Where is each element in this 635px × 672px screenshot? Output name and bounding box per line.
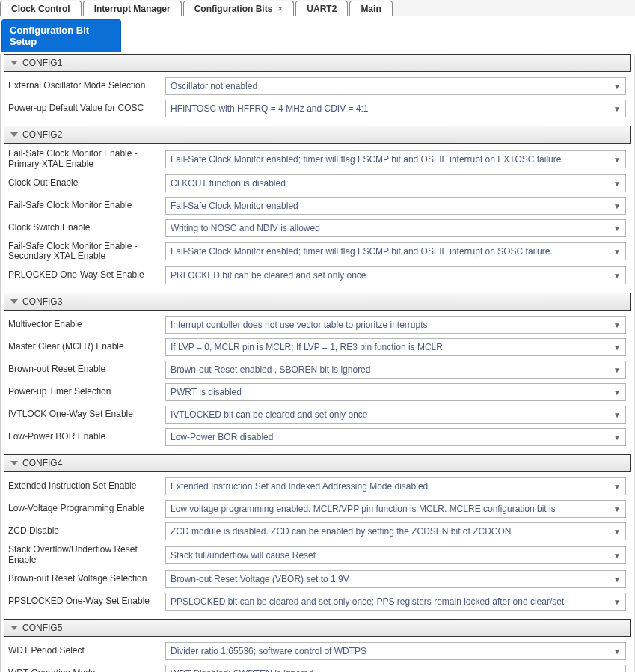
config-panel: CONFIG1 External Oscillator Mode Selecti… [0, 54, 635, 672]
tab-label: Main [361, 4, 381, 14]
tab-configuration-bits[interactable]: Configuration Bits × [183, 1, 295, 16]
tab-label: Interrupt Manager [94, 4, 171, 14]
page-title: Configuration Bit Setup [1, 19, 121, 52]
config-select[interactable]: IVTLOCKED bit can be cleared and set onl… [165, 406, 626, 424]
config-select[interactable]: Fail-Safe Clock Monitor enabled [165, 197, 626, 215]
section-rows: Fail-Safe Clock Monitor Enable - Primary… [1, 144, 634, 291]
config-select[interactable]: CLKOUT function is disabled [165, 174, 626, 192]
section-title: CONFIG4 [22, 458, 62, 468]
config-select[interactable]: PWRT is disabled [165, 383, 626, 401]
config-select[interactable]: Brown-out Reset Voltage (VBOR) set to 1.… [165, 570, 626, 588]
config-row: Clock Out Enable CLKOUT function is disa… [4, 172, 631, 195]
config-select[interactable]: Oscillator not enabled [165, 77, 626, 95]
section-rows: Extended Instruction Set Enable Extended… [1, 472, 634, 617]
config-row: Master Clear (MCLR) Enable If LVP = 0, M… [4, 336, 631, 358]
config-label: Multivector Enable [8, 320, 161, 330]
config-label: External Oscillator Mode Selection [8, 81, 161, 91]
config-select[interactable]: Stack full/underflow will cause Reset [165, 546, 626, 564]
config-row: WDT Operating Mode WDT Disabled; SWDTEN … [4, 662, 631, 672]
config-select[interactable]: WDT Disabled; SWDTEN is ignored [165, 665, 626, 672]
tab-main[interactable]: Main [349, 1, 392, 16]
config-select[interactable]: PPSLOCKED bit can be cleared and set onl… [165, 593, 626, 611]
section-rows: External Oscillator Mode Selection Oscil… [1, 72, 634, 124]
config-label: Brown-out Reset Voltage Selection [8, 574, 161, 584]
section-header-config2[interactable]: CONFIG2 [4, 126, 631, 144]
section-header-config4[interactable]: CONFIG4 [4, 454, 631, 472]
config-row: Fail-Safe Clock Monitor Enable Fail-Safe… [4, 195, 631, 217]
config-label: Low-Power BOR Enable [8, 432, 161, 442]
tab-interrupt-manager[interactable]: Interrupt Manager [83, 1, 182, 16]
config-row: Brown-out Reset Voltage Selection Brown-… [4, 568, 631, 590]
config-row: WDT Period Select Divider ratio 1:65536;… [4, 640, 631, 662]
chevron-down-icon [10, 132, 18, 137]
config-row: Power-up Default Value for COSC HFINTOSC… [4, 97, 631, 120]
config-label: Fail-Safe Clock Monitor Enable - Seconda… [8, 242, 161, 263]
config-label: PPSLOCKED One-Way Set Enable [8, 596, 161, 607]
config-row: Fail-Safe Clock Monitor Enable - Primary… [4, 147, 631, 172]
config-label: Clock Switch Enable [8, 223, 161, 233]
close-icon[interactable]: × [277, 4, 283, 14]
config-select[interactable]: Brown-out Reset enabled , SBOREN bit is … [165, 361, 626, 379]
section-rows: Multivector Enable Interrupt contoller d… [1, 311, 634, 453]
config-select[interactable]: Fail-Safe Clock Monitor enabled; timer w… [165, 150, 626, 168]
config-row: Low-Voltage Programming Enable Low volta… [4, 498, 631, 520]
chevron-down-icon [10, 61, 18, 65]
section-title: CONFIG3 [22, 296, 62, 307]
config-row: IVTLOCK One-Way Set Enable IVTLOCKED bit… [4, 403, 631, 426]
config-select[interactable]: Extended Instruction Set and Indexed Add… [165, 477, 626, 495]
config-select[interactable]: Interrupt contoller does not use vector … [165, 316, 626, 334]
config-label: Stack Overflow/Underflow Reset Enable [8, 545, 161, 566]
tab-label: Configuration Bits [194, 4, 273, 14]
section-title: CONFIG1 [22, 58, 62, 68]
config-row: PPSLOCKED One-Way Set Enable PPSLOCKED b… [4, 590, 631, 613]
config-row: Brown-out Reset Enable Brown-out Reset e… [4, 358, 631, 381]
config-row: Stack Overflow/Underflow Reset Enable St… [4, 543, 631, 568]
config-label: Master Clear (MCLR) Enable [8, 342, 161, 352]
config-label: IVTLOCK One-Way Set Enable [8, 409, 161, 420]
tab-uart2[interactable]: UART2 [295, 1, 348, 16]
config-row: External Oscillator Mode Selection Oscil… [4, 75, 631, 97]
config-label: Extended Instruction Set Enable [8, 481, 161, 492]
chevron-down-icon [10, 626, 18, 630]
section-header-config3[interactable]: CONFIG3 [4, 293, 631, 311]
config-row: Fail-Safe Clock Monitor Enable - Seconda… [4, 239, 631, 265]
config-select[interactable]: HFINTOSC with HFFRQ = 4 MHz and CDIV = 4… [165, 100, 626, 117]
config-label: Brown-out Reset Enable [8, 364, 161, 375]
config-select[interactable]: Low-Power BOR disabled [165, 428, 626, 446]
section-title: CONFIG2 [22, 129, 62, 140]
tab-label: Clock Control [11, 4, 70, 14]
tab-label: UART2 [307, 4, 337, 14]
chevron-down-icon [10, 461, 18, 465]
config-label: Clock Out Enable [8, 178, 161, 189]
config-label: PRLOCKED One-Way Set Enable [8, 270, 161, 281]
chevron-down-icon [10, 299, 18, 304]
config-select[interactable]: Fail-Safe Clock Monitor enabled; timer w… [165, 242, 626, 260]
config-row: Multivector Enable Interrupt contoller d… [4, 314, 631, 336]
config-label: Fail-Safe Clock Monitor Enable - Primary… [8, 149, 161, 170]
config-select[interactable]: If LVP = 0, MCLR pin is MCLR; If LVP = 1… [165, 338, 626, 356]
config-select[interactable]: Writing to NOSC and NDIV is allowed [165, 219, 626, 237]
tab-clock-control[interactable]: Clock Control [0, 1, 82, 16]
config-label: WDT Period Select [8, 646, 161, 656]
config-label: WDT Operating Mode [8, 668, 161, 672]
config-select[interactable]: PRLOCKED bit can be cleared and set only… [165, 266, 626, 284]
config-label: Power-up Timer Selection [8, 387, 161, 397]
section-header-config5[interactable]: CONFIG5 [4, 619, 631, 637]
config-row: Clock Switch Enable Writing to NOSC and … [4, 217, 631, 239]
config-label: ZCD Disable [8, 526, 161, 537]
config-row: Power-up Timer Selection PWRT is disable… [4, 381, 631, 403]
config-label: Fail-Safe Clock Monitor Enable [8, 201, 161, 211]
config-label: Power-up Default Value for COSC [8, 103, 161, 114]
config-select[interactable]: Divider ratio 1:65536; software control … [165, 642, 626, 660]
section-header-config1[interactable]: CONFIG1 [4, 54, 631, 72]
section-title: CONFIG5 [22, 623, 62, 633]
config-row: Low-Power BOR Enable Low-Power BOR disab… [4, 426, 631, 448]
config-row: PRLOCKED One-Way Set Enable PRLOCKED bit… [4, 264, 631, 287]
tab-bar: Clock Control Interrupt Manager Configur… [0, 0, 635, 16]
config-select[interactable]: Low voltage programming enabled. MCLR/VP… [165, 500, 626, 518]
config-row: Extended Instruction Set Enable Extended… [4, 475, 631, 498]
section-rows: WDT Period Select Divider ratio 1:65536;… [1, 637, 634, 672]
config-select[interactable]: ZCD module is disabled. ZCD can be enabl… [165, 522, 626, 540]
config-row: ZCD Disable ZCD module is disabled. ZCD … [4, 520, 631, 543]
config-label: Low-Voltage Programming Enable [8, 504, 161, 514]
